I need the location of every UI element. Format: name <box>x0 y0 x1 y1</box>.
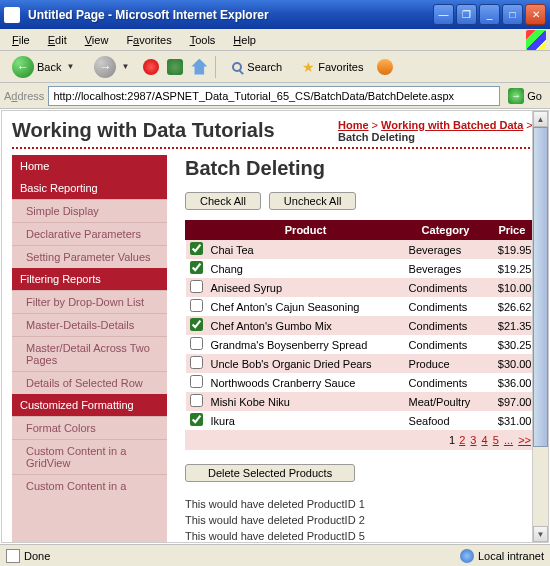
scroll-up-icon[interactable]: ▲ <box>533 111 548 127</box>
menu-view[interactable]: View <box>77 32 117 48</box>
sidebar-item[interactable]: Master-Details-Details <box>12 313 167 336</box>
uncheck-all-button[interactable]: Uncheck All <box>269 192 356 210</box>
cell-category: Produce <box>405 354 487 373</box>
row-checkbox[interactable] <box>190 280 203 293</box>
delete-selected-button[interactable]: Delete Selected Products <box>185 464 355 482</box>
cell-product: Chef Anton's Cajun Seasoning <box>207 297 405 316</box>
col-price: Price <box>486 221 537 240</box>
row-checkbox[interactable] <box>190 242 203 255</box>
table-row: ChangBeverages$19.25 <box>186 259 538 278</box>
menu-tools[interactable]: Tools <box>182 32 224 48</box>
table-row: Aniseed SyrupCondiments$10.00 <box>186 278 538 297</box>
addressbar: Address → Go <box>0 83 550 109</box>
pager-link[interactable]: 3 <box>470 434 476 446</box>
products-grid: Product Category Price Chai TeaBeverages… <box>185 220 538 430</box>
menu-favorites[interactable]: Favorites <box>118 32 179 48</box>
back-button[interactable]: ← Back ▼ <box>6 52 80 82</box>
col-checkbox <box>186 221 207 240</box>
vertical-scrollbar[interactable]: ▲ ▼ <box>532 111 548 542</box>
pager-link[interactable]: 4 <box>482 434 488 446</box>
go-label: Go <box>527 90 542 102</box>
row-checkbox[interactable] <box>190 394 203 407</box>
home-icon[interactable] <box>191 59 207 75</box>
row-checkbox[interactable] <box>190 356 203 369</box>
menu-edit[interactable]: Edit <box>40 32 75 48</box>
cell-product: Grandma's Boysenberry Spread <box>207 335 405 354</box>
table-row: Chef Anton's Cajun SeasoningCondiments$2… <box>186 297 538 316</box>
favorites-button[interactable]: ★ Favorites <box>296 55 369 79</box>
cell-category: Beverages <box>405 259 487 278</box>
table-row: Chai TeaBeverages$19.95 <box>186 240 538 260</box>
breadcrumb-home[interactable]: Home <box>338 119 369 131</box>
row-checkbox[interactable] <box>190 413 203 426</box>
cell-price: $30.25 <box>486 335 537 354</box>
refresh-icon[interactable] <box>167 59 183 75</box>
intranet-icon <box>460 549 474 563</box>
menu-file[interactable]: File <box>4 32 38 48</box>
cell-category: Meat/Poultry <box>405 392 487 411</box>
menu-help[interactable]: Help <box>225 32 264 48</box>
col-product: Product <box>207 221 405 240</box>
sidebar-header[interactable]: Basic Reporting <box>12 177 167 199</box>
scroll-thumb[interactable] <box>533 127 548 447</box>
cell-product: Northwoods Cranberry Sauce <box>207 373 405 392</box>
check-all-button[interactable]: Check All <box>185 192 261 210</box>
row-checkbox[interactable] <box>190 375 203 388</box>
row-checkbox[interactable] <box>190 299 203 312</box>
cell-price: $36.00 <box>486 373 537 392</box>
row-checkbox[interactable] <box>190 261 203 274</box>
window-title: Untitled Page - Microsoft Internet Explo… <box>24 8 433 22</box>
sidebar-item[interactable]: Declarative Parameters <box>12 222 167 245</box>
table-row: Mishi Kobe NikuMeat/Poultry$97.00 <box>186 392 538 411</box>
status-text: Done <box>24 550 50 562</box>
result-line: This would have deleted ProductID 2 <box>185 512 538 528</box>
breadcrumb-section[interactable]: Working with Batched Data <box>381 119 523 131</box>
sidebar-item[interactable]: Format Colors <box>12 416 167 439</box>
media-icon[interactable] <box>377 59 393 75</box>
app-icon <box>4 7 20 23</box>
forward-button[interactable]: → ▼ <box>88 52 135 82</box>
sidebar-header[interactable]: Home <box>12 155 167 177</box>
go-icon: → <box>508 88 524 104</box>
separator <box>215 56 216 78</box>
restore-button[interactable]: ❐ <box>456 4 477 25</box>
minimize2-button[interactable]: _ <box>479 4 500 25</box>
maximize-button[interactable]: □ <box>502 4 523 25</box>
row-checkbox[interactable] <box>190 337 203 350</box>
page-title: Working with Data Tutorials <box>12 119 275 142</box>
table-row: Uncle Bob's Organic Dried PearsProduce$3… <box>186 354 538 373</box>
sidebar-item[interactable]: Details of Selected Row <box>12 371 167 394</box>
sidebar-item[interactable]: Custom Content in a <box>12 474 167 497</box>
sidebar: HomeBasic ReportingSimple DisplayDeclara… <box>12 155 167 543</box>
search-label: Search <box>247 61 282 73</box>
cell-category: Beverages <box>405 240 487 260</box>
address-label: Address <box>4 90 44 102</box>
cell-category: Seafood <box>405 411 487 430</box>
pager-ellipsis[interactable]: ... <box>504 434 513 446</box>
main-heading: Batch Deleting <box>185 157 538 180</box>
cell-product: Chef Anton's Gumbo Mix <box>207 316 405 335</box>
sidebar-item[interactable]: Setting Parameter Values <box>12 245 167 268</box>
pager-link[interactable]: 2 <box>459 434 465 446</box>
zone-text: Local intranet <box>478 550 544 562</box>
go-button[interactable]: → Go <box>504 86 546 106</box>
pager-next[interactable]: >> <box>518 434 531 446</box>
stop-icon[interactable] <box>143 59 159 75</box>
close-button[interactable]: ✕ <box>525 4 546 25</box>
cell-price: $26.62 <box>486 297 537 316</box>
cell-category: Condiments <box>405 297 487 316</box>
sidebar-item[interactable]: Master/Detail Across Two Pages <box>12 336 167 371</box>
sidebar-header[interactable]: Filtering Reports <box>12 268 167 290</box>
sidebar-item[interactable]: Custom Content in a GridView <box>12 439 167 474</box>
row-checkbox[interactable] <box>190 318 203 331</box>
sidebar-item[interactable]: Simple Display <box>12 199 167 222</box>
scroll-down-icon[interactable]: ▼ <box>533 526 548 542</box>
sidebar-item[interactable]: Filter by Drop-Down List <box>12 290 167 313</box>
cell-price: $31.00 <box>486 411 537 430</box>
sidebar-header[interactable]: Customized Formatting <box>12 394 167 416</box>
pager-link[interactable]: 5 <box>493 434 499 446</box>
titlebar[interactable]: Untitled Page - Microsoft Internet Explo… <box>0 0 550 29</box>
address-input[interactable] <box>48 86 500 106</box>
search-button[interactable]: Search <box>224 56 288 78</box>
minimize-button[interactable]: — <box>433 4 454 25</box>
